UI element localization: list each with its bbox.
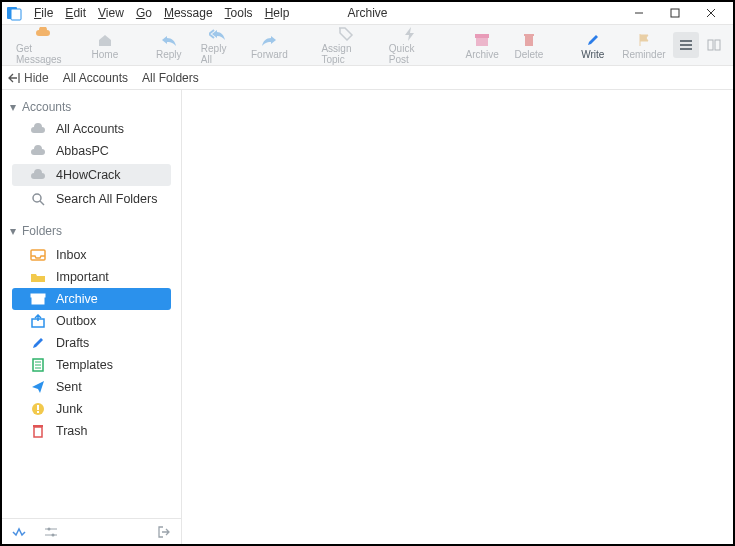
settings-sliders-icon[interactable] <box>44 526 58 538</box>
folder-label: Sent <box>56 380 82 394</box>
inbox-icon <box>30 247 46 263</box>
home-button[interactable]: Home <box>83 31 127 60</box>
svg-rect-1 <box>11 9 21 20</box>
sidebar: ▾ Accounts All Accounts AbbasPC 4HowCrac… <box>2 90 182 544</box>
menu-bar: File Edit View Go Message Tools Help Arc… <box>2 2 733 24</box>
minimize-button[interactable] <box>621 3 657 23</box>
svg-rect-30 <box>34 427 42 437</box>
search-icon <box>30 191 46 207</box>
archive-icon <box>30 291 46 307</box>
logout-icon[interactable] <box>157 526 171 538</box>
menu-message[interactable]: Message <box>158 6 219 20</box>
window-controls <box>621 3 729 23</box>
pencil-icon <box>30 335 46 351</box>
write-button[interactable]: Write <box>571 31 615 60</box>
svg-rect-31 <box>33 425 43 427</box>
trash-icon <box>522 31 536 49</box>
cloud-icon <box>30 121 46 137</box>
account-label: All Accounts <box>56 122 124 136</box>
chevron-down-icon: ▾ <box>8 224 18 238</box>
svg-point-35 <box>52 533 55 536</box>
svg-point-16 <box>33 194 41 202</box>
bolt-icon <box>404 25 416 43</box>
menu-file[interactable]: File <box>28 6 59 20</box>
menu-tools[interactable]: Tools <box>219 6 259 20</box>
message-list-pane <box>182 90 733 544</box>
folder-label: Drafts <box>56 336 89 350</box>
forward-button[interactable]: Forward <box>245 31 293 60</box>
body: ▾ Accounts All Accounts AbbasPC 4HowCrac… <box>2 90 733 544</box>
warning-icon <box>30 401 46 417</box>
send-icon <box>30 379 46 395</box>
search-all-folders[interactable]: Search All Folders <box>2 188 181 210</box>
folder-label: Templates <box>56 358 113 372</box>
sidebar-footer <box>2 518 181 544</box>
reminder-button[interactable]: Reminder <box>617 31 671 60</box>
svg-rect-28 <box>37 405 39 410</box>
section-folders[interactable]: ▾ Folders <box>2 218 181 242</box>
menu-go[interactable]: Go <box>130 6 158 20</box>
filter-all-accounts[interactable]: All Accounts <box>63 71 128 85</box>
folder-sent[interactable]: Sent <box>12 376 171 398</box>
document-icon <box>30 357 46 373</box>
outbox-icon <box>30 313 46 329</box>
folder-label: Outbox <box>56 314 96 328</box>
folder-templates[interactable]: Templates <box>12 354 171 376</box>
close-button[interactable] <box>693 3 729 23</box>
quick-post-button[interactable]: Quick Post <box>381 25 440 65</box>
svg-rect-13 <box>708 40 713 50</box>
app-icon <box>6 5 22 21</box>
account-label: 4HowCrack <box>56 168 121 182</box>
menu-view[interactable]: View <box>92 6 130 20</box>
svg-line-17 <box>40 201 44 205</box>
layout-list-button[interactable] <box>673 32 699 58</box>
menu-help[interactable]: Help <box>259 6 296 20</box>
hide-sidebar-button[interactable]: Hide <box>8 71 49 85</box>
folder-label: Inbox <box>56 248 87 262</box>
folder-inbox[interactable]: Inbox <box>12 244 171 266</box>
folder-icon <box>30 269 46 285</box>
svg-rect-9 <box>524 34 534 36</box>
svg-rect-14 <box>715 40 720 50</box>
account-4howcrack[interactable]: 4HowCrack <box>12 164 171 186</box>
folder-important[interactable]: Important <box>12 266 171 288</box>
cloud-icon <box>30 167 46 183</box>
folder-drafts[interactable]: Drafts <box>12 332 171 354</box>
app-window: File Edit View Go Message Tools Help Arc… <box>0 0 735 546</box>
get-messages-button[interactable]: Get Messages <box>8 25 81 65</box>
folder-archive[interactable]: Archive <box>12 288 171 310</box>
folder-trash[interactable]: Trash <box>12 420 171 442</box>
collapse-icon <box>8 72 20 84</box>
toolbar: Get Messages Home Reply Reply All Forwar… <box>2 24 733 66</box>
activity-icon[interactable] <box>12 527 26 537</box>
svg-rect-7 <box>476 38 488 46</box>
section-accounts[interactable]: ▾ Accounts <box>2 94 181 118</box>
folder-junk[interactable]: Junk <box>12 398 171 420</box>
reply-button[interactable]: Reply <box>147 31 191 60</box>
reply-all-icon <box>209 25 227 43</box>
folder-label: Junk <box>56 402 82 416</box>
menu-edit[interactable]: Edit <box>59 6 92 20</box>
svg-rect-3 <box>671 9 679 17</box>
forward-icon <box>261 31 277 49</box>
home-icon <box>97 31 113 49</box>
flag-icon <box>637 31 651 49</box>
svg-rect-21 <box>36 299 40 301</box>
svg-rect-29 <box>37 411 39 413</box>
delete-button[interactable]: Delete <box>507 31 551 60</box>
reply-all-button[interactable]: Reply All <box>193 25 243 65</box>
account-all[interactable]: All Accounts <box>2 118 181 140</box>
account-abbaspc[interactable]: AbbasPC <box>2 140 181 162</box>
archive-button[interactable]: Archive <box>459 31 504 60</box>
filter-bar: Hide All Accounts All Folders <box>2 66 733 90</box>
svg-rect-6 <box>475 34 489 38</box>
folder-label: Important <box>56 270 109 284</box>
assign-topic-button[interactable]: Assign Topic <box>313 25 378 65</box>
tag-icon <box>338 25 354 43</box>
layout-split-button[interactable] <box>701 32 727 58</box>
svg-rect-8 <box>525 36 533 46</box>
maximize-button[interactable] <box>657 3 693 23</box>
folder-outbox[interactable]: Outbox <box>12 310 171 332</box>
cloud-icon <box>30 143 46 159</box>
filter-all-folders[interactable]: All Folders <box>142 71 199 85</box>
